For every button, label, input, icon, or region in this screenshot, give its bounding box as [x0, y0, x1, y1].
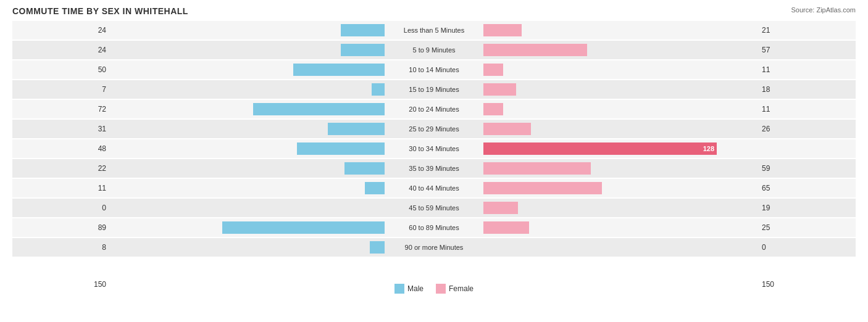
female-bar: [483, 103, 503, 115]
male-bar-container: [111, 162, 385, 175]
female-bar-container: [483, 83, 757, 96]
male-bar: [372, 83, 385, 96]
row-label: 20 to 24 Minutes: [385, 105, 483, 113]
male-color-box: [394, 284, 404, 294]
row-label: Less than 5 Minutes: [385, 27, 483, 34]
female-value: 59: [757, 164, 856, 173]
female-color-box: [436, 284, 446, 294]
male-value: 24: [12, 26, 111, 35]
table-row: 24Less than 5 Minutes21: [12, 21, 856, 39]
female-bar-container: [483, 181, 757, 195]
row-label: 60 to 89 Minutes: [385, 224, 483, 231]
row-label: 30 to 34 Minutes: [385, 145, 483, 152]
female-bar: [483, 123, 531, 135]
row-label: 10 to 14 Minutes: [385, 66, 483, 73]
male-bar: [341, 24, 385, 36]
source-label: Source: ZipAtlas.com: [791, 6, 856, 14]
female-label: Female: [449, 284, 474, 293]
male-value: 24: [12, 46, 111, 54]
table-row: 2235 to 39 Minutes59: [12, 159, 856, 178]
table-row: 5010 to 14 Minutes11: [12, 60, 856, 79]
bars-center: 35 to 39 Minutes: [111, 159, 757, 178]
table-row: 7220 to 24 Minutes11: [12, 100, 856, 118]
male-value: 8: [12, 243, 111, 252]
legend: Male Female: [394, 284, 474, 294]
table-row: 4830 to 34 Minutes128: [12, 139, 856, 158]
bars-center: 90 or more Minutes: [111, 238, 757, 257]
female-value: 19: [757, 204, 856, 212]
row-label: 40 to 44 Minutes: [385, 184, 483, 192]
chart-area: 24Less than 5 Minutes21245 to 9 Minutes5…: [12, 21, 856, 280]
male-bar: [293, 64, 385, 76]
female-value: 18: [757, 85, 856, 94]
axis-left-label: 150: [12, 280, 111, 294]
male-bar-container: [111, 102, 385, 116]
bars-center: 15 to 19 Minutes: [111, 80, 757, 99]
male-bar-container: [111, 83, 385, 96]
male-value: 31: [12, 125, 111, 133]
male-value: 89: [12, 223, 111, 232]
bars-center: Less than 5 Minutes: [111, 21, 757, 39]
bars-center: 5 to 9 Minutes: [111, 41, 757, 59]
row-label: 15 to 19 Minutes: [385, 86, 483, 93]
male-bar-container: [111, 221, 385, 234]
female-bar: [483, 44, 587, 56]
male-bar-container: [111, 43, 385, 57]
row-label: 90 or more Minutes: [385, 244, 483, 251]
table-row: 045 to 59 Minutes19: [12, 199, 856, 217]
table-row: 715 to 19 Minutes18: [12, 80, 856, 99]
female-bar: [483, 83, 516, 96]
row-label: 45 to 59 Minutes: [385, 204, 483, 212]
female-bar-container: [483, 23, 757, 37]
male-bar-container: [111, 142, 385, 155]
row-label: 5 to 9 Minutes: [385, 46, 483, 54]
male-bar: [341, 44, 385, 56]
male-bar-container: [111, 181, 385, 195]
female-bar-container: [483, 102, 757, 116]
male-bar-container: [111, 241, 385, 254]
male-bar: [253, 103, 385, 115]
male-bar: [370, 241, 385, 254]
female-value: 65: [757, 184, 856, 192]
row-label: 35 to 39 Minutes: [385, 165, 483, 172]
chart-container: COMMUTE TIME BY SEX IN WHITEHALL Source:…: [0, 0, 868, 322]
bars-center: 40 to 44 Minutes: [111, 179, 757, 197]
male-value: 0: [12, 204, 111, 212]
table-row: 8960 to 89 Minutes25: [12, 218, 856, 237]
legend-female: Female: [436, 284, 474, 294]
male-bar: [344, 162, 385, 175]
female-bar-container: [483, 122, 757, 136]
female-value: 0: [757, 243, 856, 252]
female-bar: 128: [483, 142, 717, 155]
female-bar-container: 128: [483, 142, 757, 155]
female-bar-container: [483, 201, 757, 215]
male-value: 72: [12, 105, 111, 114]
male-bar-container: [111, 23, 385, 37]
female-value: 11: [757, 65, 856, 74]
female-bar: [483, 162, 591, 175]
male-value: 11: [12, 184, 111, 192]
table-row: 1140 to 44 Minutes65: [12, 179, 856, 197]
female-value: 26: [757, 125, 856, 133]
male-bar: [328, 123, 385, 135]
female-value: 11: [757, 105, 856, 114]
male-bar-container: [111, 63, 385, 76]
female-bar-container: [483, 43, 757, 57]
bars-center: 20 to 24 Minutes: [111, 100, 757, 118]
male-bar-container: [111, 201, 385, 215]
male-bar: [297, 142, 385, 155]
bars-center: 60 to 89 Minutes: [111, 218, 757, 237]
bars-center: 25 to 29 Minutes: [111, 120, 757, 138]
male-label: Male: [407, 284, 424, 293]
female-bar: [483, 221, 529, 234]
bars-center: 45 to 59 Minutes: [111, 199, 757, 217]
female-bar: [483, 24, 522, 36]
male-value: 22: [12, 164, 111, 173]
axis-right-label: 150: [757, 280, 856, 294]
male-value: 7: [12, 85, 111, 94]
bars-center: 10 to 14 Minutes: [111, 60, 757, 79]
table-row: 3125 to 29 Minutes26: [12, 120, 856, 138]
bars-center: 30 to 34 Minutes128: [111, 139, 757, 158]
table-row: 245 to 9 Minutes57: [12, 41, 856, 59]
male-bar-container: [111, 122, 385, 136]
